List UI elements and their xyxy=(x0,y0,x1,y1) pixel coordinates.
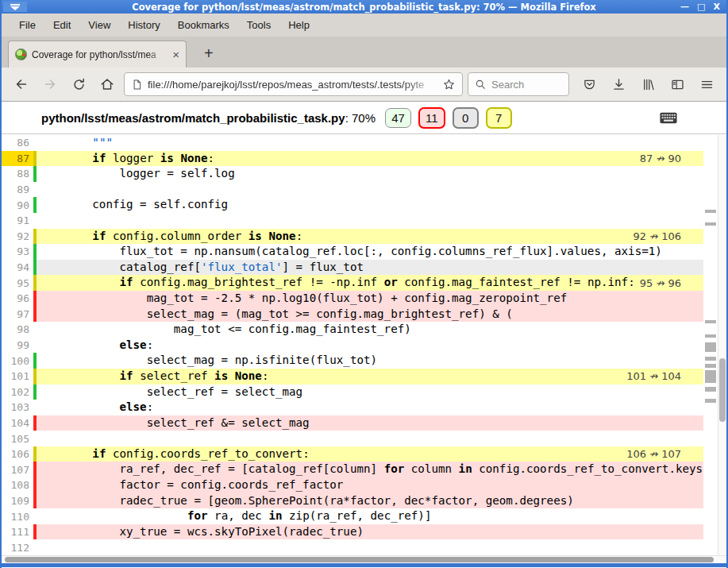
line-number[interactable]: 106 xyxy=(2,446,33,462)
bookmark-star-icon[interactable] xyxy=(442,78,456,91)
line-number[interactable]: 92 xyxy=(2,229,33,245)
line-number[interactable]: 108 xyxy=(2,477,33,493)
line-number[interactable]: 93 xyxy=(2,244,33,260)
code-line-99: 99 else: xyxy=(2,338,703,354)
partial-branch-annotation: 95 ↛ 96 xyxy=(640,275,681,291)
tab-title: Coverage for python/lsst/mea xyxy=(32,49,168,60)
menu-item-tools[interactable]: Tools xyxy=(239,16,279,34)
menu-item-bookmarks[interactable]: Bookmarks xyxy=(170,16,237,34)
code-line-91: 91 xyxy=(2,213,703,229)
menu-icon[interactable] xyxy=(695,72,718,96)
search-bar[interactable]: Search xyxy=(468,72,569,96)
code-line-101: 101 if select_ref is None:101 ↛ 104 xyxy=(2,369,703,384)
vertical-scrollbar[interactable] xyxy=(718,135,726,555)
maximize-button[interactable]: □ xyxy=(697,2,705,12)
library-icon[interactable] xyxy=(636,72,660,96)
horizontal-scrollbar[interactable] xyxy=(2,555,726,563)
code-line-87: 87 if logger is None:87 ↛ 90 xyxy=(2,151,703,167)
url-bar[interactable]: file:///home/parejkoj/lsst/repos/meas_as… xyxy=(124,72,463,96)
sidebar-icon[interactable] xyxy=(665,72,689,96)
line-number[interactable]: 90 xyxy=(2,197,33,213)
menu-item-edit[interactable]: Edit xyxy=(45,16,79,34)
code-text: if select_ref is None: xyxy=(37,369,703,384)
partial-branch-annotation: 101 ↛ 104 xyxy=(626,369,681,384)
minimize-button[interactable]: — xyxy=(680,2,689,12)
pocket-icon[interactable] xyxy=(577,72,601,96)
keyboard-shortcuts-icon[interactable] xyxy=(660,112,677,124)
code-line-108: 108 factor = config.coords_ref_factor xyxy=(2,477,703,493)
menu-item-help[interactable]: Help xyxy=(280,16,318,34)
window-title: Coverage for python/lsst/meas/astrom/mat… xyxy=(2,2,726,13)
line-number[interactable]: 91 xyxy=(2,213,33,229)
line-number[interactable]: 86 xyxy=(2,135,33,151)
new-tab-button[interactable]: + xyxy=(198,43,220,68)
code-text: else: xyxy=(37,400,703,415)
line-number[interactable]: 96 xyxy=(2,291,33,307)
line-number[interactable]: 87 xyxy=(2,151,33,167)
browser-tab[interactable]: Coverage for python/lsst/mea × xyxy=(8,41,187,68)
line-number[interactable]: 88 xyxy=(2,166,33,182)
menu-item-view[interactable]: View xyxy=(80,16,118,34)
line-number[interactable]: 94 xyxy=(2,260,33,276)
tab-bar: Coverage for python/lsst/mea × + xyxy=(2,37,726,68)
scroll-marker xyxy=(705,364,716,368)
page-icon xyxy=(131,79,143,91)
code-line-112: 112 xyxy=(2,539,703,555)
partial-branch-annotation: 92 ↛ 106 xyxy=(633,229,681,245)
tab-close-icon[interactable]: × xyxy=(172,48,179,60)
home-button[interactable] xyxy=(95,72,119,96)
line-number[interactable]: 101 xyxy=(2,369,33,384)
close-button[interactable]: X xyxy=(714,2,720,12)
code-line-109: 109 radec_true = [geom.SpherePoint(ra*fa… xyxy=(2,493,703,509)
code-text: if config.column_order is None: xyxy=(37,229,703,245)
code-line-88: 88 logger = self.log xyxy=(2,166,703,182)
horizontal-scrollbar-thumb[interactable] xyxy=(5,557,714,562)
line-number[interactable]: 102 xyxy=(2,384,33,400)
line-number[interactable]: 112 xyxy=(2,539,33,555)
code-text: if logger is None: xyxy=(37,151,703,167)
code-line-89: 89 xyxy=(2,182,703,198)
menu-bar: FileEditViewHistoryBookmarksToolsHelp xyxy=(2,14,726,37)
scroll-marker xyxy=(705,210,716,213)
line-number[interactable]: 110 xyxy=(2,508,33,524)
line-number[interactable]: 95 xyxy=(2,275,33,291)
code-text: if config.mag_brightest_ref != -np.inf o… xyxy=(37,275,703,291)
menu-item-history[interactable]: History xyxy=(120,16,168,34)
line-number[interactable]: 103 xyxy=(2,400,33,415)
excluded-count-badge[interactable]: 0 xyxy=(453,107,479,129)
scroll-marker xyxy=(705,342,716,352)
code-text: select_mag = np.isfinite(flux_tot) xyxy=(37,353,703,369)
partial-count-badge[interactable]: 7 xyxy=(486,107,512,129)
back-button[interactable] xyxy=(10,72,33,96)
line-number[interactable]: 107 xyxy=(2,462,33,477)
code-text: xy_true = wcs.skyToPixel(radec_true) xyxy=(37,524,703,540)
menu-item-file[interactable]: File xyxy=(11,16,44,34)
scroll-marker xyxy=(705,399,716,403)
forward-button[interactable] xyxy=(38,72,62,96)
coverage-percent: : 70% xyxy=(345,111,376,125)
line-number[interactable]: 89 xyxy=(2,182,33,198)
line-number[interactable]: 97 xyxy=(2,307,33,323)
line-number[interactable]: 109 xyxy=(2,493,33,509)
reload-button[interactable] xyxy=(67,72,91,96)
line-highlight xyxy=(33,213,703,229)
line-highlight xyxy=(33,182,703,198)
vertical-scrollbar-thumb[interactable] xyxy=(719,358,726,422)
line-number[interactable]: 111 xyxy=(2,524,33,540)
download-icon[interactable] xyxy=(607,72,630,96)
code-text: config = self.config xyxy=(37,197,703,213)
line-number[interactable]: 100 xyxy=(2,353,33,369)
code-line-98: 98 mag_tot <= config.mag_faintest_ref) xyxy=(2,322,703,338)
code-text: catalog_ref['flux_total'] = flux_tot xyxy=(37,260,703,276)
line-number[interactable]: 104 xyxy=(2,415,33,431)
missed-count-badge[interactable]: 11 xyxy=(418,107,445,129)
coverage-strip xyxy=(33,539,37,555)
line-number[interactable]: 105 xyxy=(2,431,33,446)
code-text: else: xyxy=(37,338,703,354)
url-text[interactable]: file:///home/parejkoj/lsst/repos/meas_as… xyxy=(148,79,437,91)
code-line-107: 107 ra_ref, dec_ref = [catalog_ref[colum… xyxy=(2,462,703,477)
covered-count-badge[interactable]: 47 xyxy=(385,108,411,128)
line-number[interactable]: 98 xyxy=(2,322,33,338)
code-text: mag_tot = -2.5 * np.log10(flux_tot) + co… xyxy=(37,291,703,307)
line-number[interactable]: 99 xyxy=(2,338,33,354)
